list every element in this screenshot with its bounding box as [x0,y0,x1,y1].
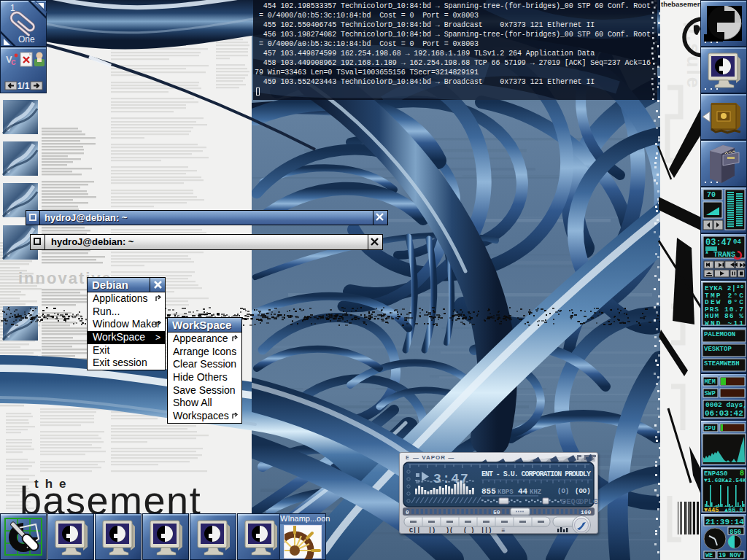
svg-text:|): |) [428,527,436,533]
svg-text:855: 855 [481,487,496,496]
svg-text:SWP: SWP [705,390,716,397]
svg-text:≡: ≡ [501,527,505,533]
svg-text:1: 1 [10,3,15,13]
svg-text:PALEMOON: PALEMOON [704,331,735,338]
svg-text:03:47: 03:47 [705,238,732,248]
svg-text:50: 50 [493,509,500,516]
svg-text:100: 100 [581,509,592,516]
svg-text:▼445: ▼445 [704,507,719,514]
svg-text:KBPS: KBPS [498,489,514,496]
svg-text:21:39:14: 21:39:14 [705,518,744,526]
svg-text:— VAPOR —: — VAPOR — [413,454,454,461]
svg-text:thebasement: thebasement [661,0,704,8]
svg-text:0002 days,: 0002 days, [705,401,747,409]
svg-text:KHZ: KHZ [530,489,541,496]
svg-text:VESKTOP: VESKTOP [704,346,732,353]
svg-text:▼1.68K▲2.54K: ▼1.68K▲2.54K [704,477,746,483]
svg-text:MEM: MEM [705,378,716,386]
svg-text:One: One [18,34,35,44]
svg-text:(OO): (OO) [575,488,591,495]
svg-text:19 NOV: 19 NOV [719,552,742,559]
svg-text:0: 0 [406,509,409,516]
svg-text:⊙PL⊙: ⊙PL⊙ [578,498,597,506]
svg-text:WE: WE [705,552,713,559]
svg-text:70: 70 [707,191,716,199]
svg-text:06:03:42: 06:03:42 [705,409,743,418]
svg-text:(O): (O) [557,488,569,495]
svg-text:856: 856 [729,529,741,536]
svg-text:1/1: 1/1 [18,81,30,91]
svg-text:c: c [11,57,16,67]
svg-text:44: 44 [518,487,528,496]
svg-text:04: 04 [733,238,741,246]
svg-text:STEAMWEBH: STEAMWEBH [704,360,740,368]
svg-text:ENT - S.U. CORPORATION PROUDLY: ENT - S.U. CORPORATION PROUDLY [481,470,591,478]
svg-text:C||: C|| [409,527,420,533]
svg-text:)(: )( [446,527,453,533]
svg-text:▲66.0: ▲66.0 [724,507,743,514]
svg-text:* TRANS: * TRANS [705,251,735,259]
svg-text:( ): ( ) [463,527,474,533]
svg-text:CPU: CPU [705,425,716,432]
svg-text:E: E [406,454,409,461]
svg-text:||): ||) [481,527,492,533]
